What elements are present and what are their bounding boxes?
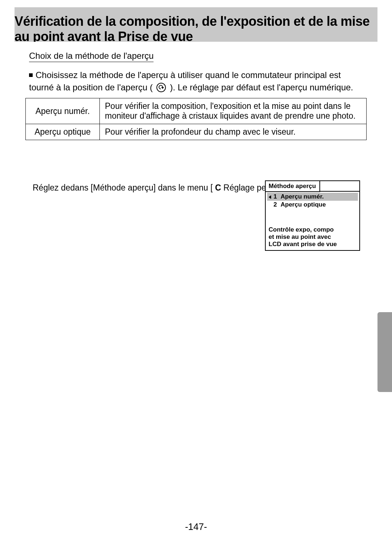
instr-pre: Réglez dedans [Méthode aperçu] dans le m… <box>33 183 213 192</box>
menu-tab-label: Méthode aperçu <box>266 181 320 192</box>
menu-item-apercu-numer: 1Aperçu numér. <box>267 193 358 201</box>
section-thumb-tab <box>377 312 392 392</box>
camera-menu-screenshot: Méthode aperçu 1Aperçu numér. 2Aperçu op… <box>265 180 360 251</box>
body: Choix de la méthode de l'aperçu Choisiss… <box>15 42 377 526</box>
intro-paragraph: Choisissez la méthode de l'aperçu à util… <box>29 69 363 94</box>
intro-text-post: ). Le réglage par défaut est l'aperçu nu… <box>170 82 353 92</box>
table-row: Aperçu numér. Pour vérifier la compositi… <box>26 98 367 124</box>
bullet-icon <box>29 73 33 77</box>
custom-menu-c-icon: C <box>215 183 221 192</box>
menu-item-label: Aperçu numér. <box>281 193 324 200</box>
menu-item-apercu-optique: 2Aperçu optique <box>266 201 359 209</box>
menu-item-label: Aperçu optique <box>281 201 326 208</box>
page-title: Vérification de la composition, de l'exp… <box>15 14 377 44</box>
manual-page: Vérification de la composition, de l'exp… <box>0 0 392 547</box>
preview-modes-table: Aperçu numér. Pour vérifier la compositi… <box>25 98 367 140</box>
left-arrow-icon <box>269 195 271 199</box>
menu-desc-line: et mise au point avec <box>269 233 356 241</box>
menu-items: 1Aperçu numér. 2Aperçu optique <box>266 192 359 225</box>
mode-digital-desc: Pour vérifier la composition, l'expositi… <box>100 98 367 124</box>
mode-digital-label: Aperçu numér. <box>26 98 100 124</box>
menu-tab-line <box>320 190 359 192</box>
page-number: -147- <box>0 521 392 532</box>
menu-desc-line: LCD avant prise de vue <box>269 241 356 248</box>
preview-dial-icon <box>156 83 166 92</box>
mode-optical-desc: Pour vérifier la profondeur du champ ave… <box>100 124 367 140</box>
menu-desc-line: Contrôle expo, compo <box>269 226 356 233</box>
title-band: Vérification de la composition, de l'exp… <box>15 16 377 42</box>
section-label: Choix de la méthode de l'aperçu <box>29 51 154 62</box>
content-area: Vérification de la composition, de l'exp… <box>15 7 377 526</box>
menu-item-number: 2 <box>272 201 277 208</box>
table-row: Aperçu optique Pour vérifier la profonde… <box>26 124 367 140</box>
menu-description: Contrôle expo, compo et mise au point av… <box>266 225 359 250</box>
mode-optical-label: Aperçu optique <box>26 124 100 140</box>
instruction-text: Réglez dedans [Méthode aperçu] dans le m… <box>33 183 280 193</box>
menu-item-number: 1 <box>272 193 277 200</box>
